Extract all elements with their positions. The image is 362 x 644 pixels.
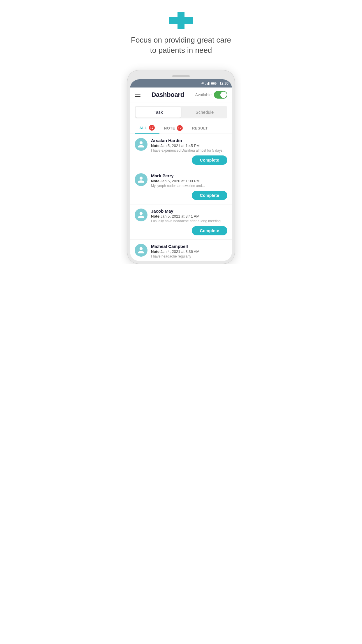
filter-note-badge: 17 [177, 125, 183, 131]
task-content: Jacob May Note Jan 5, 2021 at 3:41 AM I … [151, 209, 227, 223]
page-wrapper: Focus on providing great care to patient… [121, 0, 241, 264]
complete-btn-row: Complete [135, 155, 227, 165]
avatar [135, 173, 147, 186]
person-icon [137, 141, 145, 148]
person-icon [137, 176, 145, 183]
complete-button[interactable]: Complete [192, 155, 227, 165]
task-date: Jan 5, 2020 at 1:00 PM [161, 179, 200, 183]
avatar [135, 138, 147, 151]
availability-section: Available [195, 91, 227, 99]
app-title: Dashboard [152, 91, 184, 99]
svg-rect-1 [169, 17, 193, 24]
app-header: Dashboard Available [130, 88, 232, 102]
svg-rect-7 [216, 83, 217, 84]
task-note-line: Note Jan 4, 2021 at 3:36 AM [151, 249, 227, 254]
logo-icon [169, 12, 193, 29]
patient-name: Mark Perry [151, 173, 227, 178]
task-item: Micheal Campbell Note Jan 4, 2021 at 3:3… [130, 240, 232, 261]
filter-tab-all[interactable]: ALL 17 [135, 122, 159, 134]
status-bar: 12:30 [130, 79, 232, 88]
task-item-top: Arsalan Hardin Note Jan 5, 2021 at 1:45 … [135, 138, 227, 153]
person-icon [137, 211, 145, 219]
phone-speaker [172, 75, 190, 77]
avatar [135, 244, 147, 257]
filter-tab-note[interactable]: NOTE 17 [159, 122, 187, 134]
task-description: I usually have headache after a long mee… [151, 219, 227, 223]
task-item-top: Micheal Campbell Note Jan 4, 2021 at 3:3… [135, 244, 227, 258]
task-item: Arsalan Hardin Note Jan 5, 2021 at 1:45 … [130, 134, 232, 169]
availability-toggle[interactable] [214, 91, 227, 99]
task-note-line: Note Jan 5, 2021 at 3:41 AM [151, 214, 227, 218]
svg-rect-3 [207, 83, 208, 85]
task-item-top: Jacob May Note Jan 5, 2021 at 3:41 AM I … [135, 209, 227, 223]
svg-rect-8 [211, 83, 215, 85]
task-tab[interactable]: Task [136, 107, 181, 118]
task-content: Mark Perry Note Jan 5, 2020 at 1:00 PM M… [151, 173, 227, 188]
task-description: I have headache regularly [151, 254, 227, 258]
task-content: Micheal Campbell Note Jan 4, 2021 at 3:3… [151, 244, 227, 258]
available-label: Available [195, 92, 212, 97]
status-time: 12:30 [219, 81, 229, 85]
filter-result-label: RESULT [192, 126, 208, 130]
note-label: Note [151, 144, 159, 148]
svg-rect-2 [205, 84, 206, 85]
patient-name: Micheal Campbell [151, 244, 227, 249]
task-note-line: Note Jan 5, 2021 at 1:45 PM [151, 144, 227, 148]
filter-tabs: ALL 17 NOTE 17 RESULT [130, 122, 232, 134]
note-label: Note [151, 179, 159, 183]
complete-btn-row: Complete [135, 191, 227, 200]
filter-note-label: NOTE [164, 126, 175, 130]
logo-section: Focus on providing great care to patient… [121, 0, 241, 70]
complete-button[interactable]: Complete [192, 226, 227, 235]
patient-name: Jacob May [151, 209, 227, 214]
wifi-icon [200, 82, 204, 85]
complete-btn-row: Complete [135, 226, 227, 235]
filter-all-label: ALL [139, 126, 147, 130]
avatar [135, 209, 147, 221]
person-icon [137, 246, 145, 254]
schedule-tab[interactable]: Schedule [182, 106, 227, 118]
complete-button[interactable]: Complete [192, 191, 227, 200]
task-description: I have experienced Diarrhea almost for 5… [151, 148, 227, 153]
svg-rect-5 [209, 82, 210, 85]
status-icons [200, 82, 217, 85]
task-list: Arsalan Hardin Note Jan 5, 2021 at 1:45 … [130, 134, 232, 261]
task-date: Jan 5, 2021 at 3:41 AM [161, 214, 200, 218]
task-item-top: Mark Perry Note Jan 5, 2020 at 1:00 PM M… [135, 173, 227, 188]
task-note-line: Note Jan 5, 2020 at 1:00 PM [151, 179, 227, 183]
task-description: My lymph nodes are swollen and... [151, 184, 227, 188]
note-label: Note [151, 214, 159, 218]
phone-inner: 12:30 Dashboard Available Task Schedule [130, 79, 232, 261]
task-date: Jan 4, 2021 at 3:36 AM [161, 249, 200, 254]
task-item: Mark Perry Note Jan 5, 2020 at 1:00 PM M… [130, 169, 232, 204]
hamburger-menu-icon[interactable] [135, 93, 140, 97]
filter-tab-result[interactable]: RESULT [187, 122, 212, 134]
tab-switcher: Task Schedule [135, 106, 227, 118]
patient-name: Arsalan Hardin [151, 138, 227, 143]
tagline: Focus on providing great care to patient… [121, 35, 241, 55]
filter-all-badge: 17 [149, 125, 155, 131]
signal-icon [205, 82, 210, 85]
svg-rect-4 [208, 82, 209, 85]
task-item: Jacob May Note Jan 5, 2021 at 3:41 AM I … [130, 204, 232, 240]
note-label: Note [151, 249, 159, 254]
battery-icon [211, 82, 217, 85]
task-date: Jan 5, 2021 at 1:45 PM [161, 144, 200, 148]
phone-mockup: 12:30 Dashboard Available Task Schedule [127, 70, 235, 264]
task-content: Arsalan Hardin Note Jan 5, 2021 at 1:45 … [151, 138, 227, 153]
